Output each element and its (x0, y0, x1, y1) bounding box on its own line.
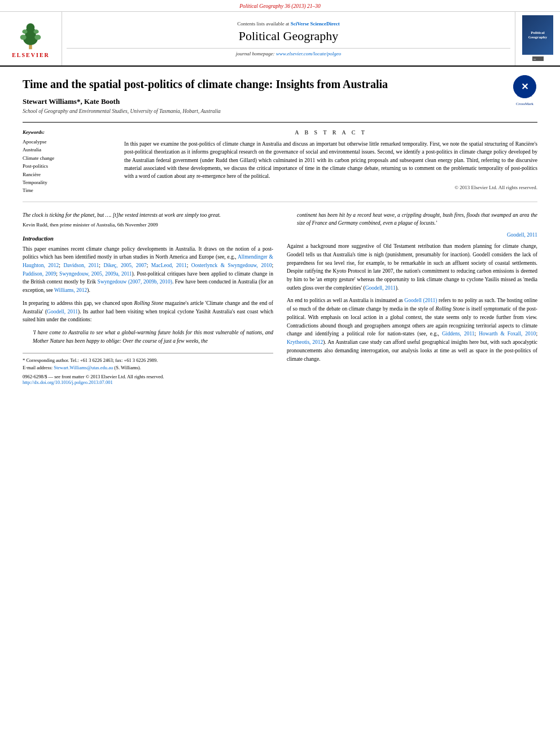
keyword-item: Apocalypse (23, 138, 113, 146)
sciverse-line: Contents lists available at SciVerse Sci… (237, 21, 340, 27)
abstract-section: Keywords: Apocalypse Australia Climate c… (23, 122, 537, 202)
ref-link[interactable]: Krytheotis, 2012 (287, 339, 323, 345)
svg-point-6 (23, 29, 28, 33)
keyword-item: Climate change (23, 154, 113, 162)
svg-text:✕: ✕ (521, 82, 528, 91)
rolling-stone-ref2: Rolling Stone (435, 306, 465, 312)
keyword-item: Australia (23, 146, 113, 154)
sciverse-small-icon: sv (532, 56, 544, 61)
intro-heading: Introduction (23, 235, 273, 242)
right-column: continent has been hit by a record heat … (287, 211, 537, 385)
svg-text:CrossMark: CrossMark (517, 94, 532, 97)
rolling-stone-ref: Rolling Stone (134, 300, 163, 306)
abstract-text: In this paper we examine the post-politi… (124, 140, 537, 180)
journal-citation: Political Geography 36 (2013) 21–30 (239, 3, 321, 9)
copyright-notice: © 2013 Elsevier Ltd. All rights reserved… (124, 185, 537, 190)
keywords-column: Keywords: Apocalypse Australia Climate c… (23, 129, 113, 195)
journal-title: Political Geography (239, 29, 339, 43)
ref-link[interactable]: Goodell, 2011 (365, 285, 396, 291)
left-column: The clock is ticking for the planet, but… (23, 211, 273, 385)
footer-section: * Corresponding author. Tel.: +61 3 6226… (23, 353, 273, 385)
ref-link[interactable]: Swyngedouw, 2005, 2009a, 2011 (59, 271, 132, 277)
journal-center: Contents lists available at SciVerse Sci… (62, 12, 515, 65)
title-area: ✕ CrossMark CrossMark Time and the spati… (23, 77, 537, 91)
svg-point-5 (35, 35, 41, 40)
right-para1: Against a background more suggestive of … (287, 242, 537, 292)
keyword-item: Time (23, 186, 113, 194)
ref-link[interactable]: Giddens, 2011 (442, 331, 475, 337)
crossmark-label: CrossMark (512, 102, 537, 106)
affiliation: School of Geography and Environmental St… (23, 108, 537, 114)
journal-header: ELSEVIER Contents lists available at Sci… (0, 12, 560, 67)
abstract-column: A B S T R A C T In this paper we examine… (124, 129, 537, 195)
footnote-corresponding: * Corresponding author. Tel.: +61 3 6226… (23, 357, 273, 372)
elsevier-tree-icon (14, 19, 47, 50)
article-title: Time and the spatial post-politics of cl… (23, 77, 429, 91)
svg-text:sv: sv (533, 58, 536, 60)
ref-link[interactable]: Swyngedouw (2007, 2009b, 2010) (98, 279, 172, 285)
svg-point-7 (34, 29, 39, 33)
ref-link[interactable]: Goodell (2011) (404, 298, 437, 303)
keywords-label: Keywords: (23, 129, 113, 135)
intro-para1: This paper examines recent climate chang… (23, 245, 273, 295)
authors: Stewart Williams*, Kate Booth (23, 97, 537, 106)
sciverse-link[interactable]: SciVerse ScienceDirect (291, 21, 340, 27)
quote-continuation: continent has been hit by a record heat … (297, 211, 537, 228)
citation-bar: Political Geography 36 (2013) 21–30 (0, 0, 560, 12)
elsevier-logo-area: ELSEVIER (0, 12, 62, 65)
abstract-heading: A B S T R A C T (124, 129, 537, 136)
crossmark-area: ✕ CrossMark CrossMark (512, 74, 537, 106)
footer-issn: 0962-6298/$ — see front matter © 2013 El… (23, 374, 273, 385)
goodell-ref-link[interactable]: Goodell, 2011 (507, 232, 537, 238)
elsevier-wordmark: ELSEVIER (12, 52, 50, 58)
main-content: ✕ CrossMark CrossMark Time and the spati… (0, 67, 560, 396)
keyword-item: Temporality (23, 178, 113, 186)
body-columns: The clock is ticking for the planet, but… (23, 211, 537, 385)
quote-text: The clock is ticking for the planet, but… (23, 211, 273, 219)
indented-quote: 'I have come to Australia to see what a … (33, 329, 273, 345)
keywords-list: Apocalypse Australia Climate change Post… (23, 138, 113, 195)
goodell-citation: Goodell, 2011 (287, 232, 537, 238)
journal-cover-area: Political Geography sv (515, 12, 560, 65)
quote-italic: The clock is ticking for the planet, but… (23, 212, 221, 218)
keyword-item: Post-politics (23, 162, 113, 170)
right-para2: An end to politics as well as Australia … (287, 296, 537, 363)
quote-section: The clock is ticking for the planet, but… (23, 211, 273, 229)
journal-cover-thumbnail: Political Geography (522, 15, 553, 55)
homepage-link[interactable]: www.elsevier.com/locate/polgeo (276, 51, 341, 56)
cover-label-text: Political Geography (524, 30, 552, 40)
svg-point-4 (20, 35, 27, 40)
cover-small-label: sv (532, 56, 544, 62)
ref-link[interactable]: Howarth & Foxall, 2010 (479, 331, 536, 337)
doi-link[interactable]: http://dx.doi.org/10.1016/j.polgeo.2013.… (23, 379, 113, 385)
header-divider (67, 48, 510, 49)
ref-link[interactable]: Oosterlynck & Swyngedouw, 2010 (191, 263, 272, 268)
email-link[interactable]: Stewart.Williams@utas.edu.au (54, 365, 114, 370)
ref-link[interactable]: Williams, 2012 (54, 287, 87, 293)
svg-point-3 (27, 23, 35, 32)
crossmark-icon: ✕ CrossMark (512, 74, 537, 99)
intro-para2: In preparing to address this gap, we cha… (23, 299, 273, 324)
ref-link[interactable]: MacLeod, 2011 (151, 263, 187, 268)
journal-homepage: journal homepage: www.elsevier.com/locat… (236, 51, 341, 56)
ref-link[interactable]: Goodell, 2011 (47, 309, 78, 314)
ref-link[interactable]: Paddison, 2009 (23, 271, 56, 277)
quote-attribution: Kevin Rudd, then prime minister of Austr… (23, 221, 273, 229)
ref-link[interactable]: Davidson, 2011 (63, 263, 99, 268)
ref-link[interactable]: Dikeç, 2005, 2007 (103, 263, 146, 268)
keyword-item: Rancière (23, 171, 113, 178)
